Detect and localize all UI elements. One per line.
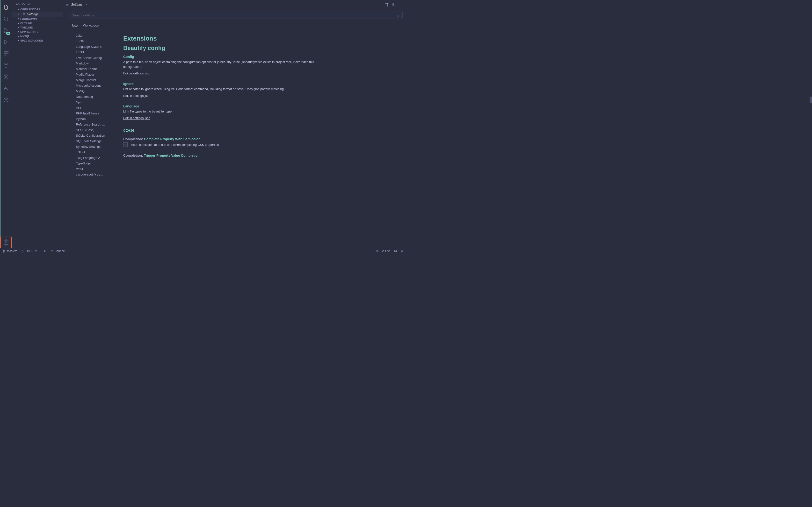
tab-settings[interactable]: Settings × xyxy=(63,0,90,9)
chevron-right-icon xyxy=(17,39,20,42)
toc-item[interactable]: Python xyxy=(76,116,115,122)
settings-search-input[interactable] xyxy=(72,13,396,17)
toc-item[interactable]: SQLTools Settings xyxy=(76,138,115,144)
toc-item[interactable]: Reference Search … xyxy=(76,122,115,127)
svg-rect-16 xyxy=(385,3,388,6)
toc-item[interactable]: TypeScript xyxy=(76,161,115,166)
toc-item[interactable]: TSLint xyxy=(76,150,115,155)
svg-rect-11 xyxy=(5,88,6,89)
svg-point-3 xyxy=(7,30,8,31)
toc-item[interactable]: Node debug xyxy=(76,94,115,100)
status-problems[interactable]: 0 0 xyxy=(27,249,40,253)
settings-scope-tabs: User Workspace xyxy=(69,22,403,30)
status-branch[interactable]: master* xyxy=(2,249,17,253)
toc-item[interactable]: PHP xyxy=(76,105,115,111)
toc-item[interactable]: Media Player xyxy=(76,72,115,77)
split-editor-icon[interactable] xyxy=(392,3,396,6)
toc-item[interactable]: SCSS (Sass) xyxy=(76,127,115,133)
sidebar-section-open-editors[interactable]: OPEN EDITORS xyxy=(12,7,63,12)
filter-icon[interactable] xyxy=(396,13,400,17)
chevron-down-icon xyxy=(17,8,20,11)
toc-item[interactable]: PHP IntelliSense xyxy=(76,111,115,116)
toc-item[interactable]: Npm xyxy=(76,100,115,105)
status-feedback[interactable] xyxy=(394,249,397,252)
status-bell[interactable] xyxy=(400,249,404,252)
toc-item[interactable]: Microsoft Account xyxy=(76,83,115,89)
svg-point-22 xyxy=(51,250,53,251)
settings-content: Extensions Beautify config Config A path… xyxy=(115,32,403,248)
editor-area: Settings × ··· User Workspace xyxy=(63,0,406,248)
open-settings-json-icon[interactable] xyxy=(385,3,388,6)
toc-item[interactable]: SQLite Configuration xyxy=(76,133,115,138)
activity-database[interactable] xyxy=(0,59,12,71)
activity-search[interactable] xyxy=(0,13,12,24)
toc-item[interactable]: Live Server Config xyxy=(76,55,115,61)
svg-point-1 xyxy=(4,28,5,29)
activity-docker[interactable] xyxy=(0,82,12,94)
toc-item[interactable]: Vetur xyxy=(76,166,115,172)
toc-item[interactable]: vscode-spotify co… xyxy=(76,172,115,177)
status-sync[interactable] xyxy=(20,249,24,253)
svg-point-20 xyxy=(5,250,5,251)
svg-point-24 xyxy=(394,250,397,252)
sidebar-section-spec[interactable]: SPEC EXPLORER xyxy=(12,38,63,43)
close-icon[interactable]: × xyxy=(17,12,21,16)
scope-user[interactable]: User xyxy=(72,22,79,30)
activity-source-control[interactable]: 10 xyxy=(0,24,12,36)
more-icon[interactable]: ··· xyxy=(399,3,403,6)
chevron-right-icon xyxy=(17,22,20,24)
toc-item[interactable]: LESS xyxy=(76,50,115,55)
chevron-right-icon xyxy=(17,35,20,38)
sidebar-section-npm[interactable]: NPM SCRIPTS xyxy=(12,30,63,34)
edit-in-settings-json[interactable]: Edit in settings.json xyxy=(123,94,150,98)
svg-point-9 xyxy=(4,74,8,79)
svg-point-8 xyxy=(4,63,8,64)
activity-liveshare[interactable] xyxy=(0,71,12,82)
activity-extensions[interactable] xyxy=(0,48,12,59)
svg-point-18 xyxy=(3,249,4,250)
svg-rect-10 xyxy=(4,88,5,89)
sidebar-section-outline[interactable]: OUTLINE xyxy=(12,21,63,25)
edit-in-settings-json[interactable]: Edit in settings.json xyxy=(123,116,150,120)
toc-item[interactable]: Twig Language 2 xyxy=(76,155,115,161)
tab-bar: Settings × ··· xyxy=(63,0,406,9)
sidebar-section-mysql[interactable]: MYSQL xyxy=(12,34,63,38)
activity-settings-gear[interactable] xyxy=(0,237,12,248)
scope-workspace[interactable]: Workspace xyxy=(83,22,99,30)
settings-icon xyxy=(22,12,26,16)
toc-item[interactable]: JSON xyxy=(76,38,115,44)
css-heading: CSS xyxy=(123,127,403,134)
svg-point-23 xyxy=(377,250,378,251)
toc-item[interactable]: Language Stylus C… xyxy=(76,44,115,50)
chevron-right-icon xyxy=(17,26,20,29)
extensions-heading: Extensions xyxy=(123,35,403,42)
setting-css-completion: Completion: Complete Property With Semic… xyxy=(123,137,331,147)
svg-rect-7 xyxy=(4,54,6,56)
source-control-badge: 10 xyxy=(6,32,10,35)
toc-item[interactable]: Jake xyxy=(76,33,115,38)
chevron-right-icon xyxy=(17,17,20,20)
checkbox-semicolon[interactable] xyxy=(123,143,128,147)
activity-bar: 10 xyxy=(0,0,12,248)
svg-point-15 xyxy=(5,242,7,243)
toc-item[interactable]: Material Theme xyxy=(76,66,115,72)
toc-item[interactable]: Merge Conflict xyxy=(76,77,115,83)
setting-language: Language Link file types to the beautifi… xyxy=(123,104,331,120)
activity-run[interactable] xyxy=(0,36,12,48)
toc-item[interactable]: Markdown xyxy=(76,61,115,66)
edit-in-settings-json[interactable]: Edit in settings.json xyxy=(123,71,150,75)
sidebar-section-timeline[interactable]: TIMELINE xyxy=(12,25,63,30)
setting-css-completion-2: Completion: Trigger Property Value Compl… xyxy=(123,154,331,157)
status-connect[interactable]: Connect xyxy=(50,249,65,253)
open-editor-settings[interactable]: × Settings xyxy=(12,12,63,17)
toc-item[interactable]: SyncEnv Settings xyxy=(76,144,115,150)
activity-explorer[interactable] xyxy=(0,1,12,13)
sidebar-section-foodadmin[interactable]: FOODADMIN xyxy=(12,17,63,21)
activity-spotify[interactable] xyxy=(0,94,12,106)
toc-item[interactable]: MySQL xyxy=(76,89,115,94)
status-indent[interactable] xyxy=(44,249,47,252)
svg-rect-13 xyxy=(5,87,6,88)
settings-search[interactable] xyxy=(69,12,403,19)
status-golive[interactable]: Go Live xyxy=(376,249,391,253)
close-icon[interactable]: × xyxy=(85,3,87,6)
